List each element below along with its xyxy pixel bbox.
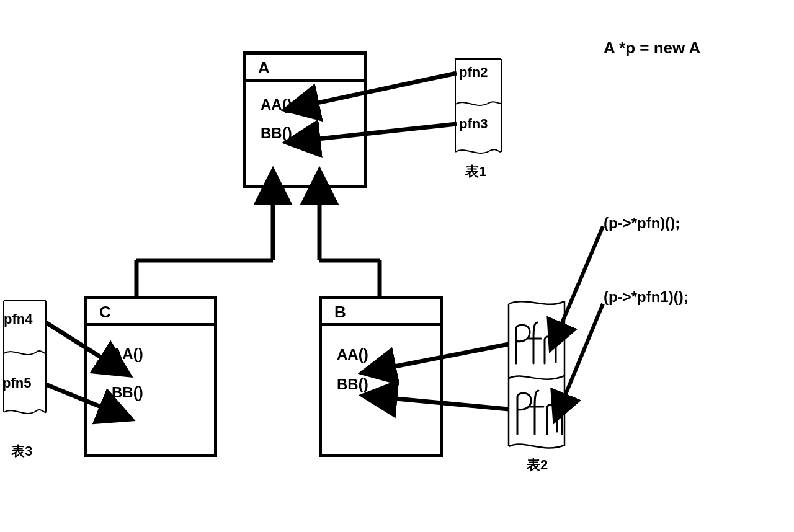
arrow-annot-pfn1 <box>563 304 603 400</box>
class-a-title: A <box>246 55 364 82</box>
class-c-body: AA() BB() <box>87 326 214 419</box>
table3-caption: 表3 <box>11 442 32 461</box>
class-c-method-bb: BB() <box>112 373 208 412</box>
class-c-method-aa: AA() <box>112 335 208 373</box>
class-c-title: C <box>87 299 214 326</box>
table1-caption: 表1 <box>465 162 486 181</box>
table2-caption: 表2 <box>527 456 548 474</box>
class-b-method-aa: AA() <box>337 340 434 370</box>
code-annotation: A *p = new A <box>604 38 700 58</box>
table2-annotation-pfn: (p->*pfn)(); <box>604 215 680 232</box>
table3-entry-pfn4: pfn4 <box>4 311 32 327</box>
table3-entry-pfn5: pfn5 <box>2 375 31 391</box>
class-box-a: A AA() BB() <box>243 51 367 188</box>
class-a-method-aa: AA() <box>261 91 357 119</box>
class-a-body: AA() BB() <box>246 82 364 153</box>
class-b-method-bb: BB() <box>337 370 434 399</box>
table2-sketch <box>509 301 564 448</box>
inheritance-arrows <box>136 197 380 296</box>
arrow-annot-pfn <box>560 226 603 329</box>
class-a-method-bb: BB() <box>261 119 357 148</box>
table2-entry-pfn <box>516 322 556 363</box>
class-box-c: C AA() BB() <box>84 296 217 457</box>
table1-entry-pfn3: pfn3 <box>459 116 488 132</box>
class-box-b: B AA() BB() <box>319 296 443 457</box>
table2-entry-pfn1 <box>517 391 562 434</box>
class-b-body: AA() BB() <box>322 326 440 406</box>
class-b-title: B <box>322 299 440 326</box>
table1-entry-pfn2: pfn2 <box>459 64 488 81</box>
table2-annotation-pfn1: (p->*pfn1)(); <box>604 288 689 306</box>
